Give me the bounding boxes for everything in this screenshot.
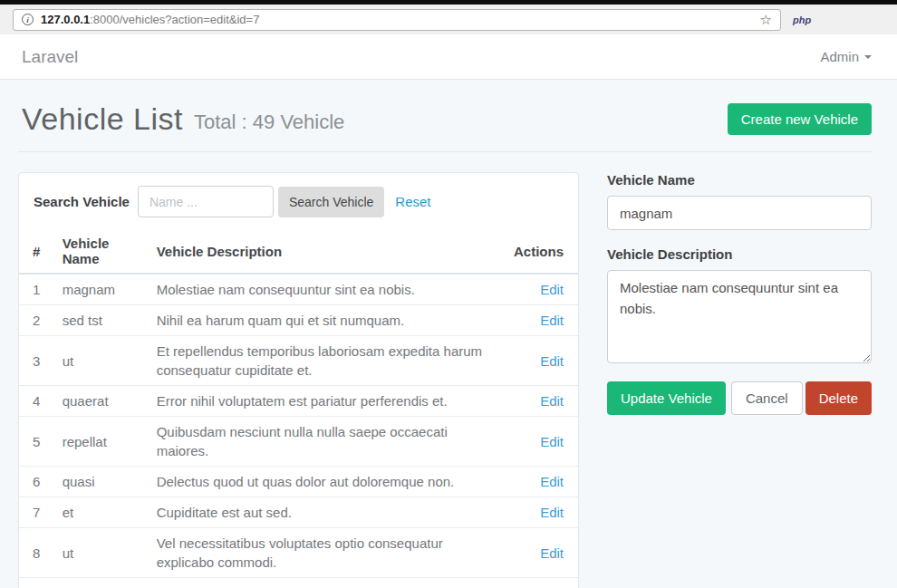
caret-down-icon [864,55,872,59]
create-vehicle-button[interactable]: Create new Vehicle [728,103,872,135]
user-menu-label: Admin [820,49,859,64]
edit-link[interactable]: Edit [540,353,564,369]
actions-cell: Edit [506,578,578,588]
vehicle-description-cell: Delectus quod ut quas dolor aut doloremq… [150,467,506,497]
vehicle-name-cell: sed tst [55,305,150,336]
user-menu-dropdown[interactable]: Admin [820,49,872,64]
actions-cell: Edit [506,305,578,336]
vehicle-description-cell: Quibusdam nesciunt nulla nulla saepe occ… [150,417,506,467]
vehicle-name-input[interactable] [607,196,872,230]
col-header-number: # [19,229,55,274]
page-info-icon[interactable]: i [22,14,34,25]
col-header-description: Vehicle Description [150,229,506,274]
table-row: 5repellatQuibusdam nesciunt nulla nulla … [19,417,578,467]
browser-window: i 127.0.0.1:8000/vehicles?action=edit&id… [0,0,897,588]
table-header-row: # Vehicle Name Vehicle Description Actio… [19,229,578,274]
header-divider [18,151,872,152]
edit-link[interactable]: Edit [540,313,564,328]
update-vehicle-button[interactable]: Update Vehicle [607,381,726,415]
vehicle-name-cell: voluptates [55,578,150,588]
table-row: 1magnamMolestiae nam consequuntur sint e… [19,274,578,305]
actions-cell: Edit [506,528,578,578]
vehicle-table: # Vehicle Name Vehicle Description Actio… [19,229,578,588]
col-header-name: Vehicle Name [55,229,150,274]
vehicle-description-cell: Vel necessitatibus voluptates optio cons… [150,528,506,578]
search-button[interactable]: Search Vehicle [278,187,384,217]
actions-cell: Edit [506,386,578,417]
vehicle-name-cell: ut [55,528,150,578]
search-input[interactable] [138,186,274,217]
edit-vehicle-form: Vehicle Name Vehicle Description Molesti… [607,172,872,415]
vehicle-list-card: Search Vehicle Search Vehicle Reset # Ve… [18,172,579,588]
table-row: 3utEt repellendus temporibus laboriosam … [19,336,578,386]
vehicle-description-cell: Nihil ea harum quam qui et sit numquam. [150,305,506,336]
url-text: 127.0.0.1:8000/vehicles?action=edit&id=7 [41,13,259,26]
actions-cell: Edit [506,417,578,467]
vehicle-name-cell: quaerat [55,386,150,417]
total-count: Total : 49 Vehicle [194,111,344,134]
edit-link[interactable]: Edit [540,434,564,449]
cancel-button[interactable]: Cancel [731,381,803,415]
vehicle-name-cell: quasi [55,467,150,497]
delete-button[interactable]: Delete [805,381,872,415]
bookmark-star-icon[interactable]: ☆ [760,12,772,28]
search-bar: Search Vehicle Search Vehicle Reset [19,173,578,229]
vehicle-name-cell: et [55,497,150,528]
vehicle-name-label: Vehicle Name [607,172,872,188]
row-number: 7 [19,497,55,528]
row-number: 3 [19,336,55,386]
table-row: 4quaeratError nihil voluptatem est paria… [19,386,578,417]
table-row: 8utVel necessitatibus voluptates optio c… [19,528,578,578]
table-row: 9voluptatesQuaerat maxime qui dolore.Edi… [19,578,578,588]
row-number: 9 [19,578,55,588]
vehicle-name-cell: ut [55,336,150,386]
vehicle-description-cell: Molestiae nam consequuntur sint ea nobis… [150,274,506,305]
browser-toolbar: i 127.0.0.1:8000/vehicles?action=edit&id… [0,5,897,34]
row-number: 1 [19,274,55,305]
vehicle-name-cell: repellat [55,417,150,467]
vehicle-description-cell: Et repellendus temporibus laboriosam exp… [150,336,506,386]
row-number: 8 [19,528,55,578]
reset-link[interactable]: Reset [395,194,430,209]
edit-link[interactable]: Edit [540,545,564,561]
navbar-brand[interactable]: Laravel [22,47,78,67]
actions-cell: Edit [506,274,578,305]
col-header-actions: Actions [506,229,578,274]
actions-cell: Edit [506,467,578,497]
page-title: Vehicle List [22,101,183,137]
edit-link[interactable]: Edit [540,393,564,409]
vehicle-description-cell: Error nihil voluptatem est pariatur perf… [150,386,506,417]
edit-link[interactable]: Edit [540,474,564,489]
search-label: Search Vehicle [34,194,130,209]
table-row: 2sed tstNihil ea harum quam qui et sit n… [19,305,578,336]
vehicle-description-cell: Cupiditate est aut sed. [150,497,506,528]
row-number: 4 [19,386,55,417]
main-content: Vehicle List Total : 49 Vehicle Create n… [0,80,897,588]
page-header: Vehicle List Total : 49 Vehicle Create n… [18,101,872,137]
table-row: 6quasiDelectus quod ut quas dolor aut do… [19,467,578,497]
edit-link[interactable]: Edit [540,282,564,297]
row-number: 6 [19,467,55,497]
actions-cell: Edit [506,336,578,386]
vehicle-description-cell: Quaerat maxime qui dolore. [150,578,506,588]
app-navbar: Laravel Admin [0,34,897,80]
row-number: 2 [19,305,55,336]
vehicle-table-body: 1magnamMolestiae nam consequuntur sint e… [19,274,578,588]
vehicle-description-label: Vehicle Description [607,246,872,262]
vehicle-name-cell: magnam [55,274,150,305]
actions-cell: Edit [506,497,578,528]
table-row: 7etCupiditate est aut sed.Edit [19,497,578,528]
form-buttons: Update Vehicle Cancel Delete [607,381,872,415]
edit-link[interactable]: Edit [540,505,564,520]
address-bar[interactable]: i 127.0.0.1:8000/vehicles?action=edit&id… [13,9,781,31]
vehicle-description-textarea[interactable]: Molestiae nam consequuntur sint ea nobis… [607,270,872,363]
row-number: 5 [19,417,55,467]
bookmark-php[interactable]: php [793,14,811,25]
